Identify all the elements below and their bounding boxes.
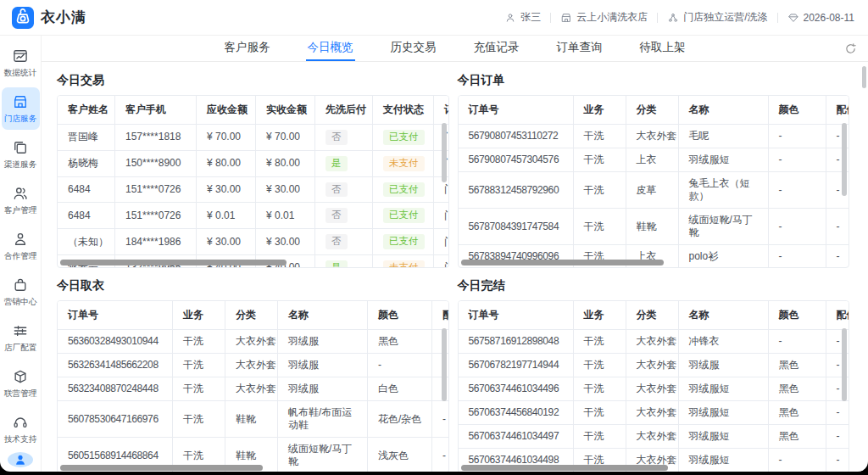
table-row[interactable]: 杨晓梅150****8900¥ 80.00¥ 80.00是未支付门店 — [58, 151, 449, 177]
table-cell: 大衣外套 — [626, 125, 679, 148]
table-completed: 订单号业务分类名称颜色配件56758716912898048干洗大衣外套冲锋衣-… — [458, 300, 850, 472]
column-header: 订单号 — [58, 301, 173, 330]
table-cell: 56787084391747584 — [459, 209, 574, 245]
table-cell: 大衣外套 — [225, 354, 278, 377]
table-cell: - — [826, 425, 850, 449]
table-cell: 羽绒服 — [679, 354, 769, 377]
tab-0[interactable]: 客户服务 — [223, 36, 272, 61]
table-cell: 150****8900 — [115, 151, 197, 177]
app-logo-icon — [12, 7, 34, 29]
sidebar-item-joint[interactable]: 联营管理 — [2, 362, 40, 405]
vertical-scrollbar-thumb[interactable] — [442, 123, 447, 182]
table-cell: - — [769, 209, 826, 245]
table-row[interactable]: 6484151****0726¥ 30.00¥ 30.00否已支付门店 — [58, 177, 449, 204]
table-row[interactable]: 56360328493010944干洗大衣外套羽绒服黑色- — [58, 330, 449, 354]
table-row[interactable]: （未知）184****1986¥ 30.00¥ 30.00否已支付门店 — [58, 229, 449, 255]
sidebar-item-support[interactable]: 技术支持 — [2, 408, 40, 450]
table-row[interactable]: 56706374461034496干洗大衣外套羽绒服短黑色- — [459, 377, 850, 401]
table-cell: 黑色 — [769, 377, 826, 401]
table-row[interactable]: 56706374456840192干洗大衣外套羽绒服短黑色- — [459, 401, 850, 425]
horizontal-scrollbar-thumb[interactable] — [60, 465, 263, 471]
tab-5[interactable]: 待取上架 — [638, 36, 687, 61]
config-icon — [12, 322, 29, 339]
column-header: 名称 — [679, 96, 769, 125]
table-row[interactable]: 56787084391747584干洗鞋靴绒面短靴/马丁靴-- — [459, 209, 850, 245]
vertical-scrollbar-thumb[interactable] — [442, 328, 447, 401]
table-cell: - — [769, 330, 826, 354]
sidebar-item-label: 合作管理 — [4, 251, 37, 262]
table-row[interactable]: 6484151****0726¥ 0.01¥ 0.01否已支付门店 — [58, 203, 449, 229]
page-scrollbar-thumb[interactable] — [862, 66, 866, 88]
table-cell: 门店 — [434, 255, 449, 268]
sidebar-item-label: 渠道服务 — [4, 159, 37, 170]
vertical-scrollbar-thumb[interactable] — [842, 328, 847, 401]
sidebar-item-channel[interactable]: 渠道服务 — [2, 133, 40, 176]
table-row[interactable]: 晋国峰157****1818¥ 70.00¥ 70.00否已支付门店 — [58, 125, 449, 151]
table-row[interactable]: 56078530647166976干洗鞋靴帆布鞋/布面运动鞋花色/杂色- — [58, 401, 449, 438]
sidebar-item-marketing[interactable]: 营销中心 — [2, 271, 40, 313]
table-cell: 未支付 — [373, 255, 434, 268]
horizontal-scrollbar-thumb[interactable] — [461, 465, 668, 471]
divider — [550, 13, 551, 23]
current-user[interactable]: 张三 — [504, 10, 541, 25]
store-name[interactable]: 云上小满洗衣店 — [560, 10, 648, 25]
table-row[interactable]: 56790807453110272干洗大衣外套毛呢-- — [459, 125, 850, 148]
table-row[interactable]: 56706374461034497干洗大衣外套羽绒服短黑色- — [459, 425, 850, 449]
table-row[interactable]: 56758716912898048干洗大衣外套冲锋衣-- — [459, 330, 850, 354]
horizontal-scrollbar-thumb[interactable] — [60, 260, 287, 265]
table-cell: 干洗 — [574, 125, 626, 148]
status-badge: 否 — [326, 130, 348, 145]
tab-2[interactable]: 历史交易 — [389, 36, 438, 61]
status-badge: 是 — [326, 260, 348, 268]
refresh-button[interactable] — [844, 42, 857, 55]
tab-4[interactable]: 订单查询 — [555, 36, 604, 61]
tab-1[interactable]: 今日概览 — [306, 36, 355, 61]
sidebar-item-stats[interactable]: 数据统计 — [2, 42, 40, 84]
vertical-scrollbar-thumb[interactable] — [842, 123, 847, 196]
table-cell: 否 — [315, 229, 373, 255]
table-cell: 56078530647166976 — [58, 401, 173, 438]
table-row[interactable]: 56326341485662208干洗大衣外套羽绒服-- — [58, 354, 449, 377]
header-meta: 张三 云上小满洗衣店 门店独立运营/洗涤 2026- — [504, 10, 854, 25]
support-icon — [12, 414, 29, 431]
top-header: 衣小满 张三 云上小满洗衣店 门店独立运营/洗涤 — [0, 0, 868, 36]
table-cell: 帆布鞋/布面运动鞋 — [278, 401, 368, 438]
status-badge: 否 — [326, 208, 348, 223]
column-header: 业务 — [574, 301, 626, 330]
table-row[interactable]: 56790807457304576干洗上衣羽绒服短-- — [459, 148, 850, 172]
assistant-avatar[interactable] — [8, 452, 33, 467]
table-cell: 上衣 — [626, 148, 679, 172]
tab-3[interactable]: 充值记录 — [472, 36, 521, 61]
table-cell: ¥ 30.00 — [197, 177, 256, 204]
table-cell: - — [826, 245, 850, 268]
current-date[interactable]: 2026-08-11 — [787, 12, 855, 24]
table-row[interactable]: 56706782197714944干洗大衣外套羽绒服黑色- — [459, 354, 850, 377]
table-cell: 已支付 — [373, 229, 434, 255]
table-cell: 干洗 — [574, 148, 626, 172]
table-transactions: 客户姓名客户手机应收金额实收金额先洗后付支付状态订单来源晋国峰157****18… — [57, 95, 449, 268]
table-orders: 订单号业务分类名称颜色配件56790807453110272干洗大衣外套毛呢--… — [458, 95, 850, 268]
sidebar-item-store[interactable]: 门店服务 — [2, 87, 40, 130]
table-row[interactable]: 56323408870248448干洗大衣外套羽绒服白色- — [58, 377, 449, 401]
table-cell: 杨晓梅 — [58, 151, 115, 177]
table-pickup: 订单号业务分类名称颜色配件56360328493010944干洗大衣外套羽绒服黑… — [57, 300, 449, 472]
status-badge: 已支付 — [383, 234, 425, 249]
table-cell: 羽绒服 — [278, 330, 368, 354]
table-cell: 否 — [315, 203, 373, 229]
operation-mode[interactable]: 门店独立运营/洗涤 — [667, 10, 767, 25]
status-badge: 未支付 — [383, 260, 425, 268]
table-cell: - — [769, 245, 826, 268]
sidebar-item-partner[interactable]: 合作管理 — [2, 225, 40, 267]
table-cell: 56788312458792960 — [459, 172, 574, 209]
table-cell: 否 — [315, 125, 373, 151]
table-cell: 56706782197714944 — [459, 354, 574, 377]
joint-icon — [12, 368, 29, 385]
table-cell: 56758716912898048 — [459, 330, 574, 354]
horizontal-scrollbar-thumb[interactable] — [461, 260, 664, 265]
table-row[interactable]: 56788312458792960干洗皮草兔毛上衣（短款）-- — [459, 172, 850, 209]
table-cell: - — [826, 449, 850, 472]
table-cell: - — [368, 354, 432, 377]
sidebar-item-config[interactable]: 店厂配置 — [2, 316, 40, 359]
sidebar-item-customer[interactable]: 客户管理 — [2, 179, 40, 221]
column-header: 客户姓名 — [58, 96, 115, 125]
